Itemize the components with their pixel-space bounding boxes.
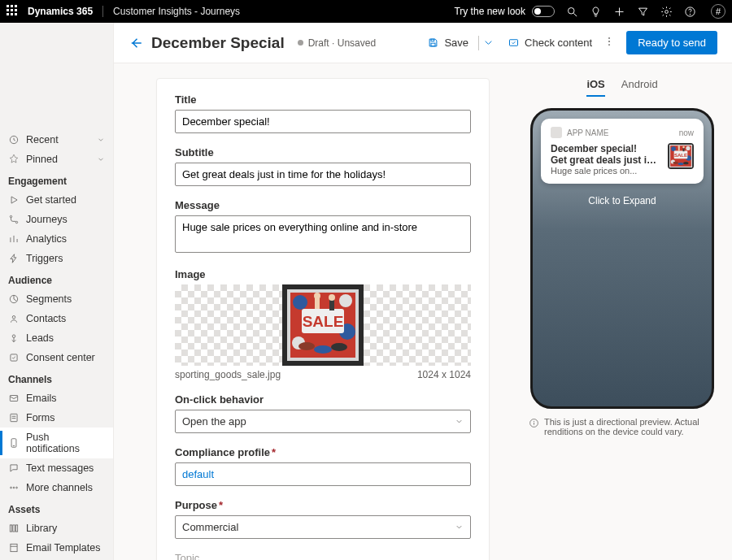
svg-rect-32 <box>11 354 17 361</box>
message-label: Message <box>175 199 471 211</box>
nav-triggers[interactable]: Triggers <box>0 249 113 268</box>
nav-group-assets: Assets <box>0 497 113 519</box>
compliance-select[interactable]: default <box>175 462 471 486</box>
image-dimensions: 1024 x 1024 <box>417 369 471 380</box>
svg-rect-50 <box>431 39 434 41</box>
play-icon <box>8 194 20 206</box>
ready-to-send-button[interactable]: Ready to send <box>626 31 717 54</box>
nav-journeys[interactable]: Journeys <box>0 210 113 229</box>
nav-push-notifications[interactable]: Push notifications <box>0 428 113 458</box>
app-icon-placeholder <box>551 127 562 138</box>
chevron-down-icon <box>97 155 105 163</box>
app-launcher-icon[interactable] <box>7 5 20 18</box>
svg-point-22 <box>690 14 691 15</box>
svg-rect-43 <box>13 525 15 532</box>
preview-time: now <box>679 128 694 137</box>
preview-message: Huge sale prices on... <box>551 166 661 176</box>
pin-icon <box>8 154 20 165</box>
nav-analytics[interactable]: Analytics <box>0 229 113 249</box>
nav-get-started[interactable]: Get started <box>0 190 113 210</box>
tab-android[interactable]: Android <box>621 78 658 97</box>
save-icon <box>427 37 439 49</box>
title-input[interactable] <box>175 110 471 133</box>
nav-more-channels[interactable]: More channels <box>0 478 113 497</box>
subtitle-label: Subtitle <box>175 146 471 158</box>
tab-ios[interactable]: iOS <box>586 78 604 97</box>
message-input[interactable]: Huge sale prices on everything online an… <box>175 215 471 253</box>
chevron-down-icon <box>97 136 105 144</box>
form-icon <box>8 412 20 423</box>
nav-forms[interactable]: Forms <box>0 408 113 428</box>
nav-group-engagement: Engagement <box>0 169 113 190</box>
svg-rect-34 <box>11 414 17 421</box>
brand-label: Dynamics 365 <box>28 6 93 17</box>
leads-icon <box>8 332 20 344</box>
nav-segments[interactable]: Segments <box>0 289 113 309</box>
svg-point-53 <box>608 37 610 39</box>
svg-rect-51 <box>431 43 435 46</box>
image-label: Image <box>175 268 471 280</box>
topic-label: Topic <box>175 552 471 560</box>
notification-preview: APP NAME now December special! Get great… <box>541 119 704 184</box>
nav-recent[interactable]: Recent <box>0 130 113 150</box>
filter-icon[interactable] <box>637 6 649 18</box>
status-dot-icon <box>298 40 303 46</box>
nav-leads[interactable]: Leads <box>0 328 113 348</box>
phone-mock: APP NAME now December special! Get great… <box>530 108 714 409</box>
email-template-icon <box>8 542 20 553</box>
nav-collapse-button[interactable] <box>0 28 113 130</box>
lightbulb-icon[interactable] <box>590 6 602 18</box>
chevron-down-icon <box>455 523 464 532</box>
nav-text-messages[interactable]: Text messages <box>0 458 113 478</box>
nav-contacts[interactable]: Contacts <box>0 309 113 328</box>
more-commands-button[interactable] <box>603 36 615 50</box>
form-panel: Title Subtitle Message Huge sale prices … <box>114 63 512 560</box>
check-content-button[interactable]: Check content <box>508 37 592 49</box>
back-button[interactable] <box>129 36 143 50</box>
svg-point-39 <box>11 487 12 488</box>
svg-point-16 <box>569 7 575 14</box>
svg-point-55 <box>608 44 610 46</box>
chevron-down-icon <box>455 417 464 426</box>
subtitle-input[interactable] <box>175 163 471 186</box>
purpose-select[interactable]: Commercial <box>175 515 471 539</box>
more-channels-icon <box>8 482 20 493</box>
svg-rect-45 <box>11 544 17 551</box>
search-icon[interactable] <box>566 6 578 18</box>
preview-expand-label[interactable]: Click to Expand <box>541 195 704 206</box>
onclick-select[interactable]: Open the app <box>175 410 471 433</box>
nav-group-audience: Audience <box>0 268 113 289</box>
plus-icon[interactable] <box>613 6 625 18</box>
toggle-icon[interactable] <box>532 6 555 17</box>
nav-emails[interactable]: Emails <box>0 389 113 408</box>
trigger-icon <box>8 253 20 264</box>
nav-consent-center[interactable]: Consent center <box>0 348 113 367</box>
user-avatar[interactable]: # <box>711 4 725 19</box>
nav-pinned[interactable]: Pinned <box>0 150 113 169</box>
nav-email-templates[interactable]: Email Templates <box>0 538 113 558</box>
save-button[interactable]: Save <box>427 36 495 50</box>
try-new-look-toggle[interactable]: Try the new look <box>454 6 555 17</box>
image-picker[interactable] <box>175 284 471 366</box>
svg-rect-44 <box>15 525 17 532</box>
email-icon <box>8 393 20 404</box>
help-icon[interactable] <box>684 6 696 18</box>
page-title: December Special <box>151 34 285 52</box>
journey-icon <box>8 214 20 225</box>
svg-point-40 <box>13 487 15 488</box>
svg-point-41 <box>16 487 18 488</box>
nav-library[interactable]: Library <box>0 519 113 538</box>
preview-title: December special! <box>551 143 661 154</box>
svg-line-17 <box>573 13 577 16</box>
sms-icon <box>8 462 20 474</box>
image-thumbnail <box>282 284 364 366</box>
clock-icon <box>8 134 20 145</box>
preview-app-name: APP NAME <box>567 128 609 137</box>
consent-icon <box>8 352 20 363</box>
settings-icon[interactable] <box>660 6 673 18</box>
info-icon <box>529 418 539 428</box>
svg-point-54 <box>608 41 610 42</box>
save-split-button[interactable] <box>478 36 495 50</box>
purpose-label: Purpose* <box>175 499 471 511</box>
title-label: Title <box>175 93 471 106</box>
